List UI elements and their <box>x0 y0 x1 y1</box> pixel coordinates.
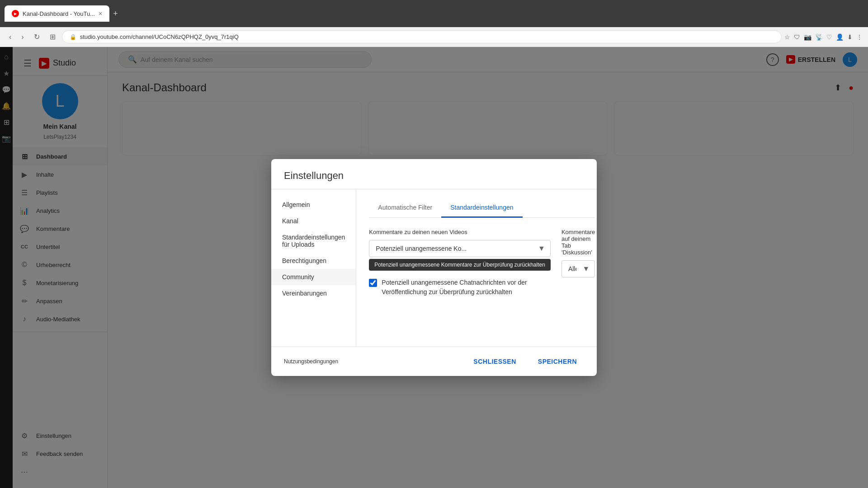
tab-title: Kanal-Dashboard - YouTu... <box>23 10 95 17</box>
chat-checkbox[interactable] <box>369 279 377 287</box>
chat-checkbox-label: Potenziell unangemessene Chatnachrichten… <box>382 278 551 297</box>
modal-footer: Nutzungsbedingungen SCHLIESSEN SPEICHERN <box>271 347 597 376</box>
tab-close-btn[interactable]: × <box>99 10 102 17</box>
terms-link[interactable]: Nutzungsbedingungen <box>284 358 338 365</box>
modal-header: Einstellungen <box>271 159 597 189</box>
comments-discussion-col: Kommentare auf deinem Tab 'Diskussion' A… <box>561 229 595 297</box>
comments-new-videos-col: Kommentare zu deinen neuen Videos Alle K… <box>369 229 551 297</box>
modal-nav-berechtigungen[interactable]: Berechtigungen <box>271 253 356 269</box>
modal-nav-allgemein[interactable]: Allgemein <box>271 197 356 213</box>
back-btn[interactable]: ‹ <box>5 31 15 43</box>
cast-btn[interactable]: 📡 <box>815 33 823 41</box>
forward-btn[interactable]: › <box>18 31 27 43</box>
tab-auto-filter[interactable]: Automatische Filter <box>369 198 441 218</box>
heart-btn[interactable]: ♡ <box>826 33 832 41</box>
modal-nav-community[interactable]: Community <box>271 269 356 285</box>
comments-new-videos-label: Kommentare zu deinen neuen Videos <box>369 229 551 235</box>
modal-nav-vereinbarungen[interactable]: Vereinbarungen <box>271 285 356 301</box>
menu-btn[interactable]: ⋮ <box>856 33 863 41</box>
settings-row: Kommentare zu deinen neuen Videos Alle K… <box>369 229 595 297</box>
save-btn[interactable]: SPEICHERN <box>531 354 584 369</box>
settings-modal: Einstellungen Allgemein Kanal Standardei… <box>271 159 597 376</box>
modal-body: Allgemein Kanal Standardeinstellungen fü… <box>271 189 597 347</box>
close-modal-btn[interactable]: SCHLIESSEN <box>466 354 523 369</box>
dropdown2-container: Alle Kommentare zulassenPotenziell unang… <box>561 260 595 277</box>
comments-new-videos-dropdown[interactable]: Alle Kommentare zulassenPotenziell unang… <box>369 240 551 257</box>
modal-title: Einstellungen <box>284 170 584 182</box>
extensions-btn[interactable]: ⊞ <box>46 31 59 43</box>
new-tab-btn[interactable]: + <box>113 9 118 19</box>
address-bar[interactable]: 🔒 studio.youtube.com/channel/UCoCN6zQPHQ… <box>62 30 782 43</box>
bookmark-btn[interactable]: ☆ <box>784 33 790 41</box>
dropdown-tooltip: Potenziell unangemessene Kommentare zur … <box>369 259 551 271</box>
checkbox-row: Potenziell unangemessene Chatnachrichten… <box>369 278 551 297</box>
camera-btn[interactable]: 📷 <box>804 33 811 41</box>
comments-discussion-label: Kommentare auf deinem Tab 'Diskussion' <box>561 229 595 256</box>
tab-standard[interactable]: Standardeinstellungen <box>441 198 522 218</box>
address-text: studio.youtube.com/channel/UCoCN6zQPHQZ_… <box>80 33 239 40</box>
reload-btn[interactable]: ↻ <box>30 31 43 43</box>
modal-tabs: Automatische Filter Standardeinstellunge… <box>369 198 595 218</box>
nav-bar: ‹ › ↻ ⊞ 🔒 studio.youtube.com/channel/UCo… <box>0 27 868 47</box>
profile-btn[interactable]: 👤 <box>836 33 844 41</box>
download-btn[interactable]: ⬇ <box>847 33 853 41</box>
modal-nav-uploads[interactable]: Standardeinstellungen für Uploads <box>271 229 356 253</box>
modal-sidebar: Allgemein Kanal Standardeinstellungen fü… <box>271 189 356 347</box>
browser-tab[interactable]: ▶ Kanal-Dashboard - YouTu... × <box>5 5 109 22</box>
vpn-btn[interactable]: 🛡 <box>794 33 800 41</box>
dropdown1-container: Alle Kommentare zulassenPotenziell unang… <box>369 240 551 257</box>
nav-actions: ☆ 🛡 📷 📡 ♡ 👤 ⬇ ⋮ <box>784 33 863 41</box>
comments-discussion-dropdown[interactable]: Alle Kommentare zulassenPotenziell unang… <box>561 260 595 277</box>
lock-icon: 🔒 <box>70 34 76 40</box>
modal-nav-kanal[interactable]: Kanal <box>271 213 356 229</box>
browser-chrome: ▶ Kanal-Dashboard - YouTu... × + <box>0 0 868 27</box>
tab-favicon: ▶ <box>12 10 19 17</box>
modal-overlay[interactable]: Einstellungen Allgemein Kanal Standardei… <box>0 47 868 488</box>
modal-main-content: Automatische Filter Standardeinstellunge… <box>356 189 608 347</box>
